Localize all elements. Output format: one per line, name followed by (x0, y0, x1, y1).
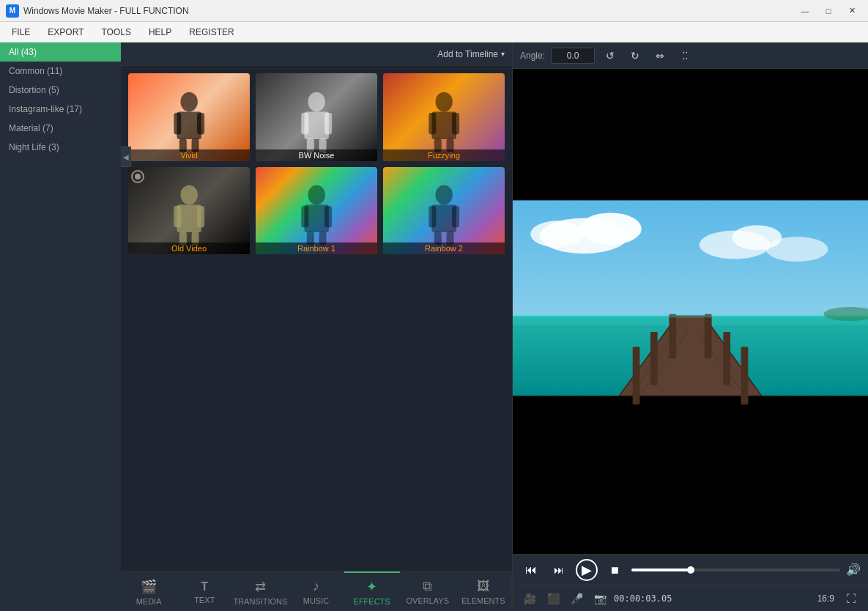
preview-area (513, 69, 868, 554)
camera-move-button[interactable]: 🎥 (520, 589, 539, 608)
menu-bar: FILE EXPORT TOOLS HELP REGISTER (0, 22, 868, 42)
category-material[interactable]: Material (7) (0, 119, 121, 138)
screenshot-button[interactable]: 📷 (590, 589, 609, 608)
svg-point-6 (308, 92, 324, 112)
text-icon: T (201, 580, 208, 593)
svg-rect-53 (650, 332, 658, 385)
angle-label: Angle: (520, 51, 545, 61)
effect-bwnoise[interactable]: BW Noise (256, 73, 377, 161)
title-bar: M Windows Movie Maker - FULL FUNCTION — … (0, 0, 868, 22)
overlays-icon: ⧉ (423, 579, 432, 594)
maximize-button[interactable]: □ (818, 4, 839, 18)
menu-tools[interactable]: TOOLS (92, 24, 139, 40)
playback-controls: ⏮ ⏭ ▶ ⏹ 🔊 (513, 554, 868, 585)
effect-fuzzying[interactable]: Fuzzying (383, 73, 505, 161)
category-distortion[interactable]: Distortion (5) (0, 81, 121, 100)
svg-rect-54 (633, 347, 640, 405)
effect-rainbow2-label: Rainbow 2 (383, 242, 505, 254)
effect-vivid[interactable]: Vivid (128, 73, 250, 161)
tab-overlays[interactable]: ⧉ OVERLAYS (400, 571, 456, 611)
transitions-icon: ⇄ (255, 579, 266, 595)
close-button[interactable]: ✕ (842, 4, 862, 18)
effect-rainbow1[interactable]: Rainbow 1 (256, 167, 377, 255)
svg-rect-9 (324, 113, 332, 134)
svg-rect-21 (197, 207, 204, 228)
svg-rect-20 (174, 207, 181, 228)
angle-input[interactable] (551, 48, 595, 64)
add-timeline-label: Add to Timeline (437, 49, 498, 59)
tab-media[interactable]: 🎬 MEDIA (121, 571, 177, 611)
chevron-down-icon: ▾ (501, 50, 505, 58)
effect-vivid-label: Vivid (128, 149, 250, 161)
preview-panel: Angle: ↺ ↻ ⇔ ⁚⁚ (513, 42, 868, 611)
tab-elements-label: ELEMENTS (461, 596, 505, 605)
tab-text[interactable]: T TEXT (177, 571, 232, 611)
category-list: All (43) Common (11) Distortion (5) Inst… (0, 42, 121, 611)
progress-dot (687, 566, 694, 574)
menu-export[interactable]: EXPORT (39, 24, 92, 40)
menu-file[interactable]: FILE (3, 24, 39, 40)
play-button[interactable]: ▶ (576, 559, 598, 581)
tab-bar: 🎬 MEDIA T TEXT ⇄ TRANSITIONS ♪ MUSIC ✦ E… (121, 571, 512, 611)
svg-rect-56 (723, 332, 730, 385)
step-back-button[interactable]: ⏭ (548, 559, 570, 581)
tab-overlays-label: OVERLAYS (407, 596, 450, 605)
tab-effects-label: EFFECTS (354, 597, 390, 606)
category-nightlife[interactable]: Night Life (3) (0, 138, 121, 157)
effect-oldvideo[interactable]: Old Video (128, 167, 250, 255)
effect-fuzzying-label: Fuzzying (383, 149, 505, 161)
crop-tool-button[interactable]: ⬛ (544, 589, 563, 608)
go-to-start-button[interactable]: ⏮ (520, 559, 542, 581)
tab-music[interactable]: ♪ MUSIC (288, 571, 344, 611)
minimize-button[interactable]: — (795, 4, 815, 18)
svg-rect-3 (197, 113, 204, 134)
menu-register[interactable]: REGISTER (180, 24, 242, 40)
svg-rect-58 (513, 314, 868, 318)
category-instagram[interactable]: Instagram-like (17) (0, 100, 121, 119)
flip-h-button[interactable]: ⇔ (650, 46, 669, 65)
svg-point-39 (530, 221, 584, 247)
category-all[interactable]: All (43) (0, 42, 121, 62)
app-logo: M (6, 4, 19, 18)
app-title: M Windows Movie Maker - FULL FUNCTION (6, 4, 189, 18)
window-controls[interactable]: — □ ✕ (795, 4, 862, 18)
svg-point-24 (308, 185, 324, 205)
music-icon: ♪ (313, 579, 319, 594)
tab-effects[interactable]: ✦ EFFECTS (344, 571, 400, 611)
volume-icon[interactable]: 🔊 (846, 563, 861, 577)
tab-text-label: TEXT (194, 596, 215, 604)
rotate-ccw-button[interactable]: ↺ (601, 46, 620, 65)
svg-point-38 (579, 212, 642, 245)
center-column: Add to Timeline ▾ (121, 42, 513, 611)
tab-transitions[interactable]: ⇄ TRANSITIONS (232, 571, 288, 611)
aspect-ratio-display: 16:9 (817, 593, 834, 604)
effect-rainbow1-label: Rainbow 1 (256, 242, 377, 254)
svg-rect-14 (429, 113, 436, 134)
svg-rect-8 (301, 113, 308, 134)
svg-point-30 (435, 185, 452, 205)
add-to-timeline-button[interactable]: Add to Timeline ▾ (437, 49, 505, 59)
svg-rect-27 (324, 207, 332, 228)
effect-rainbow2[interactable]: Rainbow 2 (383, 167, 505, 255)
progress-bar[interactable] (631, 569, 840, 571)
progress-fill (631, 569, 694, 571)
fullscreen-button[interactable]: ⛶ (842, 589, 861, 608)
tab-transitions-label: TRANSITIONS (233, 597, 287, 606)
category-common[interactable]: Common (11) (0, 62, 121, 81)
volume-control: 🔊 (846, 563, 861, 577)
menu-help[interactable]: HELP (140, 24, 180, 40)
effect-bwnoise-label: BW Noise (256, 149, 377, 161)
effect-oldvideo-label: Old Video (128, 242, 250, 254)
preview-image (513, 69, 868, 554)
more-options-button[interactable]: ⁚⁚ (675, 46, 694, 65)
panel-collapse-handle[interactable]: ◀ (121, 147, 131, 167)
elements-icon: 🖼 (477, 579, 490, 594)
svg-point-18 (180, 185, 197, 205)
svg-point-42 (766, 237, 828, 262)
svg-rect-55 (705, 314, 712, 359)
app-title-text: Windows Movie Maker - FULL FUNCTION (23, 6, 189, 16)
rotate-cw-button[interactable]: ↻ (626, 46, 645, 65)
stop-button[interactable]: ⏹ (604, 559, 626, 581)
mic-button[interactable]: 🎤 (567, 589, 586, 608)
tab-elements[interactable]: 🖼 ELEMENTS (456, 571, 511, 611)
